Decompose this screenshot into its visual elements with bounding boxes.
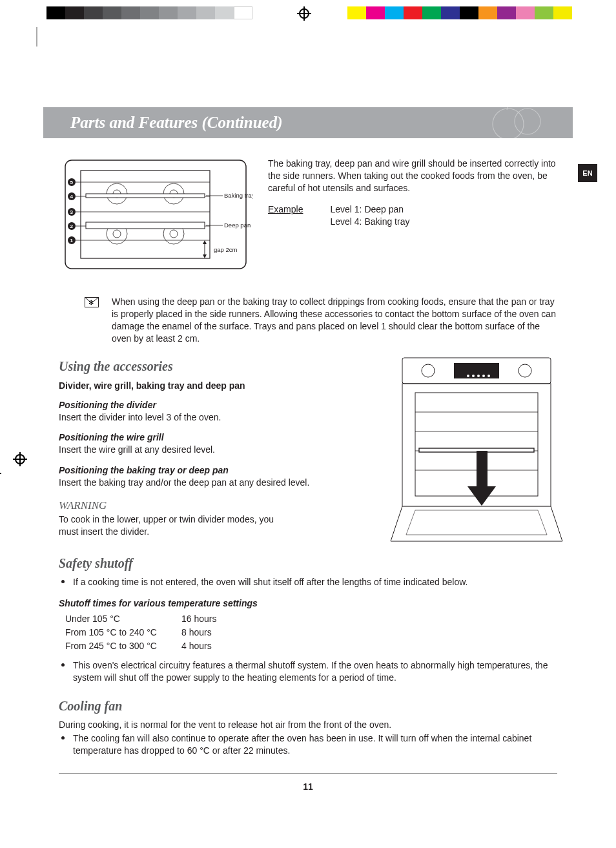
shutoff-time: 16 hours <box>181 612 216 626</box>
svg-text:5: 5 <box>70 180 74 185</box>
example-line: Level 4: Baking tray <box>330 216 409 228</box>
temp-range: From 105 °C to 240 °C <box>65 626 181 639</box>
shutoff-table-heading: Shutoff times for various temperature se… <box>59 598 557 608</box>
accessories-heading: Using the accessories <box>59 359 369 374</box>
svg-point-45 <box>467 375 469 377</box>
registration-mark-icon <box>13 452 27 466</box>
example-line: Level 1: Deep pan <box>330 203 409 216</box>
language-tab: EN <box>578 164 597 182</box>
svg-point-49 <box>488 375 490 377</box>
svg-text:1: 1 <box>70 238 74 243</box>
print-bars <box>0 6 616 32</box>
safety-bullet: This oven's electrical circuitry feature… <box>59 659 557 685</box>
example-values: Level 1: Deep pan Level 4: Baking tray <box>330 203 409 228</box>
registration-mark-icon <box>0 466 1 481</box>
svg-marker-59 <box>467 451 496 506</box>
grayscale-swatches <box>46 6 252 19</box>
svg-point-47 <box>477 375 480 377</box>
accessories-sub: Divider, wire grill, baking tray and dee… <box>59 380 369 391</box>
svg-marker-57 <box>391 506 562 541</box>
decorative-vegetable-icon <box>431 107 547 138</box>
cooling-bullet: The cooling fan will also continue to op… <box>59 732 557 758</box>
note-envelope-icon: ✻ <box>85 297 100 345</box>
svg-rect-17 <box>86 194 205 198</box>
label-deep-pan: Deep pan <box>224 222 251 229</box>
label-gap: gap 2cm <box>214 246 238 253</box>
svg-point-0 <box>493 109 524 138</box>
svg-text:4: 4 <box>70 194 74 200</box>
grill-heading: Positioning the wire grill <box>59 432 369 442</box>
svg-rect-18 <box>86 222 205 229</box>
svg-rect-3 <box>81 171 210 258</box>
example-label: Example <box>268 203 303 228</box>
warning-text: To cook in the lower, upper or twin divi… <box>59 513 278 538</box>
svg-text:✻: ✻ <box>88 299 94 306</box>
crop-mark <box>36 27 37 47</box>
page-header: Parts and Features (Continued) <box>43 107 573 138</box>
svg-text:3: 3 <box>70 209 74 215</box>
svg-point-48 <box>482 375 485 377</box>
svg-text:2: 2 <box>70 223 74 229</box>
shutoff-table: Under 105 °C16 hoursFrom 105 °C to 240 °… <box>65 612 557 653</box>
tray-heading: Positioning the baking tray or deep pan <box>59 465 369 475</box>
svg-point-44 <box>518 364 531 377</box>
warning-heading: WARNING <box>59 499 369 512</box>
intro-text: The baking tray, deep pan and wire grill… <box>268 158 557 194</box>
temp-range: From 245 °C to 300 °C <box>65 639 181 653</box>
safety-bullet: If a cooking time is not entered, the ov… <box>59 576 557 589</box>
table-row: Under 105 °C16 hours <box>65 612 557 626</box>
divider-text: Insert the divider into level 3 of the o… <box>59 411 369 424</box>
page-number: 11 <box>59 773 557 792</box>
oven-open-diagram <box>389 354 564 548</box>
grill-text: Insert the wire grill at any desired lev… <box>59 444 369 456</box>
table-row: From 105 °C to 240 °C8 hours <box>65 626 557 639</box>
svg-point-9 <box>113 230 121 238</box>
svg-point-11 <box>170 230 178 238</box>
page-title: Parts and Features (Continued) <box>70 114 283 132</box>
safety-heading: Safety shutoff <box>59 556 557 571</box>
divider-heading: Positioning the divider <box>59 400 369 410</box>
cooling-text: During cooking, it is normal for the ven… <box>59 719 557 731</box>
oven-levels-diagram: 12345 Baking tray Deep pan gap 2cm <box>59 156 252 273</box>
note-text: When using the deep pan or the baking tr… <box>112 296 557 345</box>
color-swatches <box>347 6 572 19</box>
registration-mark-icon <box>297 6 311 21</box>
tray-text: Insert the baking tray and/or the deep p… <box>59 477 369 489</box>
svg-rect-42 <box>454 363 499 378</box>
svg-point-1 <box>515 109 540 134</box>
label-baking-tray: Baking tray <box>224 192 252 199</box>
shutoff-time: 4 hours <box>181 639 212 653</box>
svg-marker-20 <box>203 240 207 244</box>
shutoff-time: 8 hours <box>181 626 212 639</box>
svg-marker-21 <box>203 254 207 258</box>
svg-point-46 <box>472 375 475 377</box>
table-row: From 245 °C to 300 °C4 hours <box>65 639 557 653</box>
cooling-heading: Cooling fan <box>59 699 557 714</box>
svg-point-43 <box>422 364 435 377</box>
temp-range: Under 105 °C <box>65 612 181 626</box>
